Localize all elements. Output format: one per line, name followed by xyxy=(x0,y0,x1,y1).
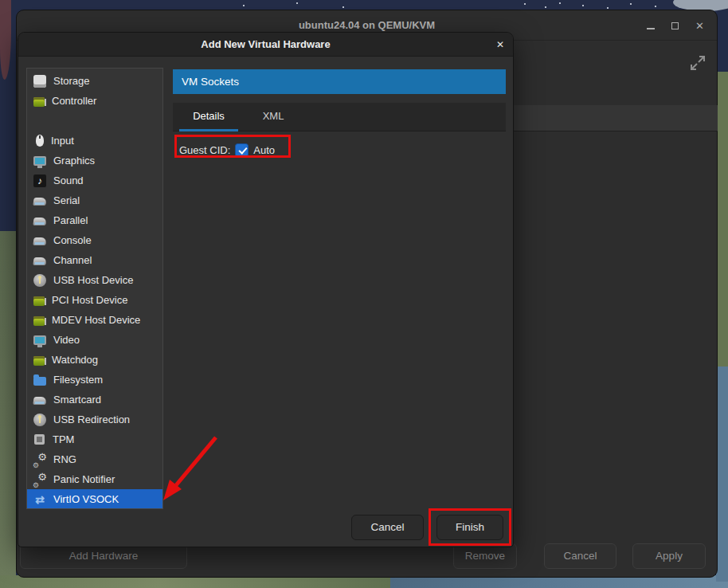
tab-details[interactable]: Details xyxy=(179,103,238,131)
wallpaper-shape xyxy=(716,72,728,374)
sidebar-item-pci-host-device[interactable]: PCI Host Device xyxy=(27,290,162,310)
card-icon xyxy=(33,296,45,306)
sidebar-item-blank xyxy=(27,111,162,131)
wallpaper-shape xyxy=(716,367,728,582)
sidebar-item-label: PCI Host Device xyxy=(52,294,127,306)
wallpaper-star xyxy=(655,6,656,7)
tab-xml[interactable]: XML xyxy=(249,103,297,131)
sidebar-item-channel[interactable]: Channel xyxy=(27,250,162,270)
cancel-button[interactable]: Cancel xyxy=(351,515,424,540)
sidebar-item-smartcard[interactable]: Smartcard xyxy=(27,390,162,410)
finish-label: Finish xyxy=(456,521,484,533)
dialog-title: Add New Virtual Hardware xyxy=(18,33,513,57)
wallpaper-star xyxy=(559,2,561,4)
gear-icon xyxy=(33,473,46,486)
maximize-icon[interactable] xyxy=(671,22,679,29)
gear-icon xyxy=(33,453,46,466)
dialog-close-icon[interactable]: ✕ xyxy=(496,33,504,57)
wallpaper-star xyxy=(524,3,526,5)
wallpaper-shape xyxy=(0,231,16,588)
mouse-icon xyxy=(36,135,44,147)
sidebar-item-graphics[interactable]: Graphics xyxy=(27,151,162,171)
sidebar-item-virtio-vsock[interactable]: VirtIO VSOCK xyxy=(27,489,162,509)
sidebar-item-label: Input xyxy=(51,135,74,147)
usb-icon xyxy=(33,414,46,426)
sidebar-item-parallel[interactable]: Parallel xyxy=(27,210,162,230)
port-icon xyxy=(33,257,46,265)
sidebar-item-usb-redirection[interactable]: USB Redirection xyxy=(27,410,162,429)
sidebar-item-sound[interactable]: Sound xyxy=(27,171,162,190)
sidebar-item-storage[interactable]: Storage xyxy=(27,71,162,91)
tab-xml-label: XML xyxy=(263,110,284,122)
sidebar-item-label: Console xyxy=(53,234,92,246)
guest-cid-label: Guest CID: xyxy=(179,144,230,156)
tab-details-label: Details xyxy=(193,110,225,122)
card-icon xyxy=(33,316,45,326)
sidebar-item-filesystem[interactable]: Filesystem xyxy=(27,370,162,390)
chip-icon xyxy=(34,434,45,445)
sidebar-item-tpm[interactable]: TPM xyxy=(27,429,162,449)
sidebar-item-label: Storage xyxy=(53,75,90,87)
sidebar-item-label: Watchdog xyxy=(52,354,98,366)
vm-cancel-label: Cancel xyxy=(563,550,597,562)
remove-label: Remove xyxy=(465,550,505,562)
dialog-titlebar[interactable]: Add New Virtual Hardware ✕ xyxy=(18,33,513,57)
finish-button[interactable]: Finish xyxy=(436,515,503,540)
sidebar-item-label: Filesystem xyxy=(53,374,103,386)
sidebar-item-controller[interactable]: Controller xyxy=(27,91,162,111)
fullscreen-expand-icon[interactable] xyxy=(688,53,707,73)
port-icon xyxy=(33,397,46,405)
add-hardware-label: Add Hardware xyxy=(69,550,138,562)
sidebar-item-label: MDEV Host Device xyxy=(52,314,140,326)
panel-header-label: VM Sockets xyxy=(182,76,239,88)
wallpaper-star xyxy=(630,3,632,5)
add-hardware-dialog: Add New Virtual Hardware ✕ StorageContro… xyxy=(18,32,514,547)
sidebar-item-label: Channel xyxy=(53,254,92,266)
port-icon xyxy=(33,218,46,225)
tab-bar: Details XML xyxy=(173,103,506,131)
sidebar-item-label: Sound xyxy=(53,174,84,186)
guest-cid-row: Guest CID: Auto xyxy=(179,140,275,159)
minimize-icon[interactable] xyxy=(647,28,655,29)
card-icon xyxy=(33,356,45,366)
wallpaper-star xyxy=(545,6,546,8)
auto-checkbox-label: Auto xyxy=(253,144,275,156)
sidebar-item-video[interactable]: Video xyxy=(27,330,162,350)
vm-cancel-button[interactable]: Cancel xyxy=(544,543,616,569)
port-icon xyxy=(33,237,46,245)
sidebar-item-rng[interactable]: RNG xyxy=(27,449,162,469)
panel-header: VM Sockets xyxy=(173,69,506,94)
folder-icon xyxy=(33,377,46,386)
sidebar-item-label: Controller xyxy=(52,95,96,107)
sidebar-item-usb-host-device[interactable]: USB Host Device xyxy=(27,270,162,290)
sidebar-item-label: Video xyxy=(53,334,80,346)
cancel-label: Cancel xyxy=(370,521,404,533)
sidebar-item-panic-notifier[interactable]: Panic Notifier xyxy=(27,469,162,489)
sidebar-item-serial[interactable]: Serial xyxy=(27,190,162,210)
close-icon[interactable]: ✕ xyxy=(695,21,704,31)
apply-label: Apply xyxy=(656,550,683,562)
sidebar-item-console[interactable]: Console xyxy=(27,230,162,250)
wallpaper-star xyxy=(582,5,584,6)
sidebar-item-label: Smartcard xyxy=(53,394,101,406)
sidebar-item-label: RNG xyxy=(53,453,76,465)
apply-button[interactable]: Apply xyxy=(632,543,706,569)
wallpaper-star xyxy=(296,2,298,4)
wallpaper-star xyxy=(342,6,344,8)
sidebar-item-watchdog[interactable]: Watchdog xyxy=(27,350,162,370)
auto-checkbox[interactable] xyxy=(235,143,249,157)
sidebar-item-label: USB Host Device xyxy=(53,274,133,286)
card-icon xyxy=(33,97,45,107)
sidebar-item-label: VirtIO VSOCK xyxy=(53,493,119,505)
monitor-icon xyxy=(33,335,46,345)
sidebar-item-input[interactable]: Input xyxy=(27,131,162,151)
sidebar-item-label: Panic Notifier xyxy=(53,473,115,485)
monitor-icon xyxy=(33,156,46,166)
sound-icon xyxy=(33,174,46,187)
sidebar-item-label: TPM xyxy=(53,433,74,445)
vsock-icon xyxy=(33,493,46,506)
sidebar-item-label: Parallel xyxy=(53,214,88,226)
sidebar-item-mdev-host-device[interactable]: MDEV Host Device xyxy=(27,310,162,330)
wallpaper-star xyxy=(243,5,245,6)
sidebar-item-label: Serial xyxy=(53,194,80,206)
